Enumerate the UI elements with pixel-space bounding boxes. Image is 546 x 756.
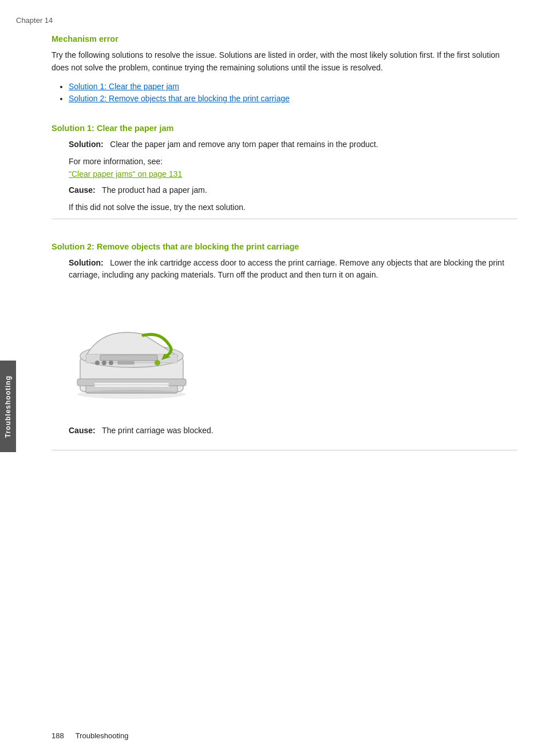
svg-point-8 — [102, 361, 106, 365]
svg-point-14 — [77, 390, 186, 399]
cause2-text: The print carriage was blocked. — [102, 426, 213, 435]
solution1-cause: Cause: The product had a paper jam. — [69, 184, 517, 197]
solution1-heading: Solution 1: Clear the paper jam — [52, 124, 517, 133]
solution2-link[interactable]: Solution 2: Remove objects that are bloc… — [69, 94, 290, 103]
solution1-body: Solution: Clear the paper jam and remove… — [52, 138, 517, 211]
svg-rect-10 — [117, 361, 134, 365]
solution2-cause: Cause: The print carriage was blocked. — [69, 425, 517, 437]
page-number: 188 — [52, 731, 64, 740]
list-item: Solution 2: Remove objects that are bloc… — [69, 94, 517, 103]
solution1-link[interactable]: Solution 1: Clear the paper jam — [69, 82, 179, 91]
solution2-body: Solution: Lower the ink cartridge access… — [52, 257, 517, 437]
solution2-detail: Lower the ink cartridge access door to a… — [69, 258, 504, 280]
solution2-text: Solution: Lower the ink cartridge access… — [69, 257, 517, 282]
solution1-section: Solution 1: Clear the paper jam Solution… — [52, 113, 517, 219]
solution1-detail: Clear the paper jam and remove any torn … — [110, 140, 378, 149]
solution1-label: Solution: — [69, 140, 104, 149]
intro-paragraph: Try the following solutions to resolve t… — [52, 49, 517, 74]
if-not-solved-text: If this did not solve the issue, try the… — [69, 203, 517, 212]
page-footer: 188 Troubleshooting — [52, 731, 517, 740]
clear-paper-jams-link[interactable]: "Clear paper jams" on page 131 — [69, 169, 182, 179]
solution2-label: Solution: — [69, 258, 104, 267]
printer-illustration — [69, 294, 200, 414]
svg-rect-12 — [94, 383, 169, 385]
solution2-heading: Solution 2: Remove objects that are bloc… — [52, 242, 517, 251]
svg-point-7 — [95, 361, 100, 365]
svg-point-11 — [155, 360, 160, 366]
svg-rect-13 — [94, 385, 169, 387]
mechanism-error-heading: Mechanism error — [52, 34, 517, 43]
footer-label: Troubleshooting — [76, 731, 129, 740]
cause2-label: Cause: — [69, 426, 96, 435]
solution2-section: Solution 2: Remove objects that are bloc… — [52, 232, 517, 450]
cause1-text: The product had a paper jam. — [102, 185, 207, 195]
solution-list: Solution 1: Clear the paper jam Solution… — [52, 82, 517, 103]
side-tab: Troubleshooting — [0, 361, 16, 452]
chapter-label: Chapter 14 — [16, 16, 53, 25]
side-tab-label: Troubleshooting — [4, 375, 12, 438]
cause1-label: Cause: — [69, 185, 96, 195]
solution1-text: Solution: Clear the paper jam and remove… — [69, 138, 517, 151]
for-more-text: For more information, see: — [69, 157, 517, 166]
list-item: Solution 1: Clear the paper jam — [69, 82, 517, 91]
main-content: Mechanism error Try the following soluti… — [52, 0, 517, 450]
svg-point-9 — [109, 361, 113, 365]
svg-rect-5 — [100, 355, 157, 361]
